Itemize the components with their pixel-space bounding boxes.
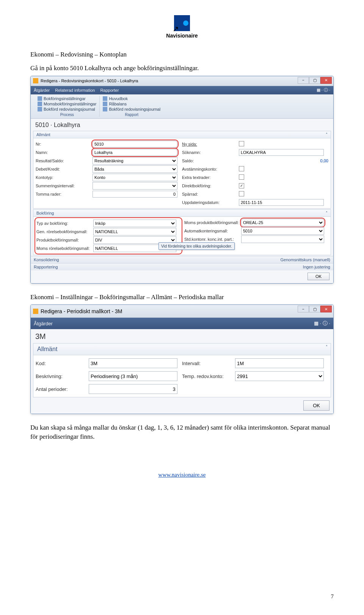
section-head-allmant[interactable]: Allmänt˄ [33, 131, 331, 138]
tab-atgarder[interactable]: Åtgärder [34, 88, 50, 93]
rib-huvudbok[interactable]: Huvudbok [103, 96, 160, 101]
rib-momsbokf[interactable]: Momsbokföringsinställningar [38, 101, 96, 107]
lbl-saldo: Saldo: [182, 158, 239, 163]
lbl-intervall: Intervall: [182, 361, 235, 366]
field-stdkon[interactable] [241, 235, 324, 243]
window-title: Redigera - Redovisningskontokort - 5010 … [41, 78, 138, 83]
cb-direkt[interactable]: ✓ [239, 183, 244, 188]
rib-bokforingsinst[interactable]: Bokföringsinställningar [38, 96, 96, 101]
ribbon-tabs: Åtgärder Relaterad information Rapporter… [31, 86, 333, 94]
field-resultat[interactable]: Resultaträkning [93, 157, 177, 165]
callout-box: Vid fördelning tex olika avdelningskoder… [158, 242, 235, 250]
app-icon [33, 309, 38, 314]
field-autokon[interactable]: 5010 [241, 227, 324, 235]
cb-avstam[interactable] [239, 166, 244, 171]
chevron-up-icon: ˄ [326, 211, 328, 215]
field-summ[interactable] [93, 182, 177, 190]
cb-nysida[interactable] [239, 141, 244, 146]
lbl-nr: Nr: [36, 142, 93, 146]
maximize-button[interactable]: ▢ [309, 306, 320, 312]
lbl-prod: Produktbokföringsmall: [36, 238, 93, 242]
field-antal[interactable] [89, 384, 177, 394]
field-soknamn[interactable] [239, 149, 324, 156]
tab-rapporter[interactable]: Rapporter [100, 88, 119, 93]
field-typ[interactable]: Inköp [93, 220, 176, 227]
ok-button[interactable]: OK [308, 273, 329, 280]
section-konsolidering[interactable]: Konsolidering Genomsnittskurs (manuell) [31, 256, 333, 263]
section-head-allmant-2[interactable]: Allmänt˄ [33, 344, 331, 355]
field-momsprod[interactable]: OREAL-25 [241, 219, 324, 226]
ribbon-group-label: Process [38, 113, 96, 117]
help-icons[interactable]: ▦ · ⓘ · [317, 87, 330, 93]
outro-text: Du kan skapa så många mallar du önskar (… [30, 423, 334, 441]
ribbon-group-label-2: Rapport [103, 113, 160, 117]
minimize-button[interactable]: − [298, 306, 309, 312]
lbl-extra: Extra textrader: [182, 175, 239, 180]
maximize-button[interactable]: ▢ [309, 77, 320, 84]
field-kontotyp[interactable]: Konto [93, 174, 177, 181]
section-allmant-2: Allmänt˄ Kod: Beskrivning: Antal periode… [33, 343, 331, 397]
intro-line: Gå in på konto 5010 Lokalhyra och ange b… [30, 64, 334, 73]
rib-bokford-journal-2[interactable]: Bokförd redovisningsjournal [103, 107, 160, 112]
rib-rabalans[interactable]: Råbalans [103, 101, 160, 107]
titlebar-2: Redigera - Periodiskt mallkort - 3M − ▢ … [31, 305, 333, 318]
section-allmant: Allmänt˄ Nr: Namn: Resultat/Saldo:Result… [33, 131, 331, 209]
field-temp[interactable]: 2991 [235, 371, 324, 381]
footer: www.navisionaire.se [30, 472, 334, 478]
lbl-temp: Temp. redov.konto: [182, 373, 235, 379]
field-nr[interactable] [93, 141, 177, 147]
minimize-button[interactable]: − [298, 77, 309, 84]
chevron-up-icon: ˄ [326, 132, 328, 136]
ok-button-2[interactable]: OK [303, 400, 329, 411]
window-kontokort: Redigera - Redovisningskontokort - 5010 … [30, 76, 334, 284]
chevron-up-icon: ˄ [326, 345, 328, 349]
page-title-2: 3M [31, 329, 333, 342]
tab-relaterad[interactable]: Relaterad information [55, 88, 95, 93]
lbl-uppdat: Uppdateringsdatum: [182, 200, 239, 205]
rib-bokford-journal[interactable]: Bokförd redovisningsjournal [38, 107, 96, 112]
app-icon [33, 78, 38, 83]
lbl-momsprod: Moms produktbokföringsmall: [184, 220, 241, 225]
gear-icon [38, 96, 42, 101]
field-kod[interactable] [89, 358, 177, 368]
lbl-kod: Kod: [36, 361, 89, 366]
lbl-kontotyp: Kontotyp: [36, 175, 93, 180]
lbl-summ: Summeringsintervall: [36, 184, 93, 188]
section-rapportering[interactable]: Rapportering Ingen justering [31, 263, 333, 270]
lbl-autokon: Automatkonteringsmall: [184, 229, 241, 233]
close-button[interactable]: ✕ [320, 306, 332, 312]
ribbon-group-rapport: Huvudbok Råbalans Bokförd redovisningsjo… [100, 96, 163, 117]
lbl-namn: Namn: [36, 150, 93, 155]
lbl-stdkon: Std.kontonr. konc.int. part.: [184, 237, 241, 242]
logo-text: Navisionaire [30, 33, 334, 39]
footer-link[interactable]: www.navisionaire.se [158, 472, 206, 478]
val-saldo[interactable]: 0,00 [239, 158, 328, 163]
lbl-momsror: Moms rörelsebokföringsmall: [36, 246, 93, 251]
help-icons-2[interactable]: ▦ · ⓘ · [314, 320, 330, 327]
ribbon: Bokföringsinställningar Momsbokföringsin… [31, 94, 333, 119]
field-debet[interactable]: Båda [93, 165, 177, 173]
lbl-beskr: Beskrivning: [36, 373, 89, 379]
close-button[interactable]: ✕ [320, 77, 332, 84]
field-beskr[interactable] [89, 371, 177, 381]
field-gen[interactable]: NATIONELL [93, 228, 176, 235]
cb-sparrad[interactable] [239, 191, 244, 196]
lbl-avstam: Avstämningskonto: [182, 167, 239, 171]
ribbon-group-process: Bokföringsinställningar Momsbokföringsin… [35, 96, 100, 117]
field-uppdat[interactable] [239, 199, 324, 206]
book-icon [103, 96, 107, 101]
lbl-nysida[interactable]: Ny sida: [182, 142, 239, 146]
cb-extra[interactable] [239, 174, 244, 180]
lbl-direkt: Direktbokföring: [182, 184, 239, 188]
field-tomma[interactable] [93, 191, 177, 198]
field-intervall[interactable] [235, 358, 324, 368]
lbl-resultat: Resultat/Saldo: [36, 158, 93, 163]
breadcrumb-text: Ekonomi – Redovisning – Kontoplan [30, 50, 334, 59]
arrow-icon: ↗ [173, 24, 179, 33]
titlebar: Redigera - Redovisningskontokort - 5010 … [31, 76, 333, 86]
tab-atgarder-2[interactable]: Åtgärder [34, 321, 53, 326]
ledger-icon [38, 107, 42, 111]
ribbon-tabs-2: Åtgärder ▦ · ⓘ · [31, 318, 333, 329]
section-head-bokforing[interactable]: Bokföring˄ [33, 210, 331, 217]
field-namn[interactable] [93, 149, 177, 156]
